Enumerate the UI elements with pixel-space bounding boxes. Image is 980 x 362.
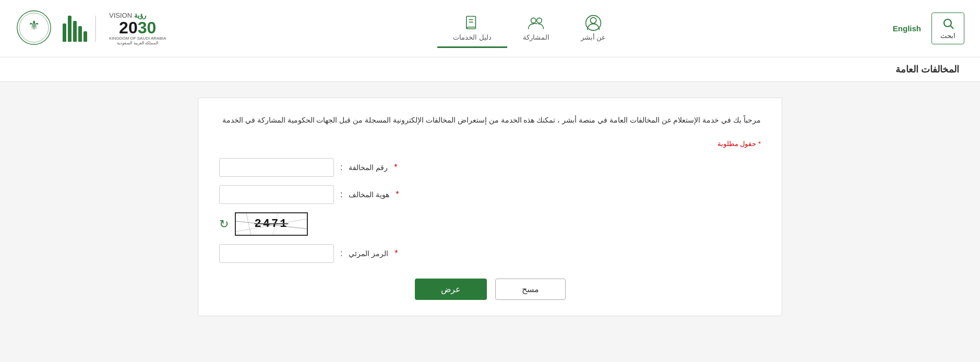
captcha-text: 2471: [255, 218, 289, 231]
required-asterisk: * حقول مطلوبة: [718, 140, 761, 148]
nav-item-participation[interactable]: المشاركة: [507, 9, 565, 48]
svg-text:⚜: ⚜: [28, 18, 40, 32]
violator-id-label: هوية المخالف: [349, 190, 389, 199]
nav-icons: عن أبشر المشاركة دليل الخدمات: [166, 9, 892, 48]
vision-country: KINGDOM OF SAUDI ARABIA: [109, 36, 166, 41]
svg-point-5: [537, 18, 542, 23]
captcha-input[interactable]: [219, 244, 334, 263]
people-icon: [528, 15, 544, 31]
svg-line-14: [246, 213, 252, 236]
form-card: مرحباً بك في خدمة الإستعلام عن المخالفات…: [198, 98, 782, 316]
refresh-icon: ↻: [219, 218, 229, 231]
svg-point-0: [944, 19, 951, 27]
bar-3: [73, 21, 77, 42]
violation-number-asterisk: *: [394, 163, 397, 172]
person-circle-icon: [585, 15, 602, 31]
bar-2: [78, 26, 82, 42]
main-content: مرحباً بك في خدمة الإستعلام عن المخالفات…: [177, 82, 803, 332]
english-link[interactable]: English: [893, 24, 921, 33]
button-row: عرض مسح: [219, 279, 761, 300]
header: ابحث English عن أبشر المشاركة: [0, 0, 980, 57]
captcha-row: 2471 ↻: [219, 212, 308, 236]
captcha-label: الرمز المرئي: [349, 249, 388, 258]
seal-svg: ⚜: [16, 9, 52, 46]
svg-point-2: [590, 17, 596, 23]
page-title: المخالفات العامة: [21, 64, 959, 75]
nav-label-service-guide: دليل الخدمات: [453, 33, 492, 41]
violator-id-row: * هوية المخالف :: [219, 185, 399, 204]
vision-year: 2030: [109, 19, 166, 36]
violation-number-row: * رقم المخالفة :: [219, 158, 398, 177]
page-title-bar: المخالفات العامة: [0, 57, 980, 82]
violator-id-asterisk: *: [396, 190, 399, 199]
svg-line-1: [950, 26, 953, 29]
nav-item-abshir[interactable]: عن أبشر: [565, 9, 622, 48]
abshir-logo: [63, 16, 96, 42]
violator-id-colon: :: [340, 190, 342, 199]
violator-id-input[interactable]: [219, 185, 334, 204]
captcha-asterisk: *: [395, 249, 398, 258]
captcha-image: 2471: [235, 212, 308, 236]
book-icon: [464, 15, 481, 31]
svg-point-4: [531, 18, 536, 23]
search-button[interactable]: ابحث: [931, 13, 964, 44]
clear-button[interactable]: مسح: [495, 279, 566, 300]
nav-label-participation: المشاركة: [523, 33, 549, 41]
header-right: VISION رؤية 2030 KINGDOM OF SAUDI ARABIA…: [16, 9, 166, 48]
form-section: * رقم المخالفة : * هوية المخالف :: [219, 158, 761, 263]
saudi-seal: ⚜: [16, 9, 52, 48]
abshir-bars: [63, 16, 87, 42]
vision-logo: VISION رؤية 2030 KINGDOM OF SAUDI ARABIA…: [109, 11, 166, 45]
search-label: ابحث: [940, 32, 955, 40]
required-label: * حقول مطلوبة: [219, 140, 761, 148]
display-button[interactable]: عرض: [415, 279, 487, 300]
nav-label-abshir: عن أبشر: [581, 33, 606, 41]
violation-number-label: رقم المخالفة: [349, 163, 388, 172]
header-left: ابحث English: [893, 13, 964, 44]
captcha-input-row: * الرمز المرئي :: [219, 244, 398, 263]
vision-text-block: VISION رؤية 2030 KINGDOM OF SAUDI ARABIA…: [109, 11, 166, 45]
bar-1: [83, 31, 87, 42]
bar-4: [68, 16, 71, 42]
bar-5: [63, 23, 66, 42]
search-icon: [942, 17, 954, 30]
captcha-colon: :: [340, 249, 342, 258]
violation-number-input[interactable]: [219, 158, 334, 177]
violation-number-colon: :: [340, 163, 342, 172]
welcome-text: مرحباً بك في خدمة الإستعلام عن المخالفات…: [219, 114, 761, 127]
nav-item-service-guide[interactable]: دليل الخدمات: [437, 9, 507, 48]
vision-arabic-country: المملكة العربية السعودية: [109, 41, 166, 45]
captcha-refresh-button[interactable]: ↻: [219, 218, 229, 231]
